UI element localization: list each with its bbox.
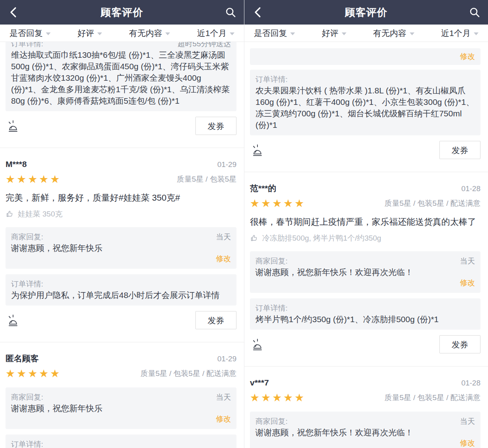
order-details-box: 订单详情: 烤半片鸭1个/约350g (份)*1、冷冻肋排500g (份)*1 bbox=[250, 298, 480, 330]
reply-time: 当天 bbox=[216, 392, 231, 402]
review-date: 01-29 bbox=[217, 355, 236, 363]
filter-reply-status[interactable]: 是否回复 bbox=[9, 28, 51, 39]
page-title: 顾客评价 bbox=[101, 6, 144, 19]
review-card: 匿名顾客 01-29 ★★★★★ 质量5星 / 包装5星 / 配送满意 商家回复… bbox=[0, 342, 244, 448]
merchant-reply-text: 谢谢惠顾，祝您新年快乐！欢迎再次光临！ bbox=[255, 427, 475, 438]
chevron-down-icon bbox=[230, 32, 235, 35]
star-rating: ★★★★★ bbox=[6, 368, 61, 380]
star-rating: ★★★★★ bbox=[250, 197, 306, 209]
product-tag-label: 冷冻肋排500g, 烤半片鸭1个/约350g bbox=[262, 233, 381, 243]
order-items-text: 维达抽取式面巾纸130抽*6包/提 (份)*1、三全凌黑芝麻汤圆500g (份)… bbox=[11, 49, 231, 106]
send-coupon-button[interactable]: 发券 bbox=[439, 335, 480, 353]
reviewer-name: M***8 bbox=[6, 159, 27, 169]
reviewer-name: v***7 bbox=[250, 378, 269, 388]
review-date: 01-29 bbox=[217, 160, 236, 169]
alarm-icon[interactable] bbox=[6, 118, 21, 134]
modify-reply-link[interactable]: 修改 bbox=[255, 438, 475, 448]
thumb-up-icon bbox=[6, 210, 14, 218]
filter-rating-type[interactable]: 好评 bbox=[322, 28, 346, 39]
merchant-reply-box-partial: 修改 bbox=[250, 48, 480, 65]
chevron-down-icon bbox=[165, 32, 170, 35]
merchant-reply-label: 商家回复: bbox=[11, 232, 43, 242]
product-tag[interactable]: 娃娃菜 350克 bbox=[0, 204, 244, 219]
filter-rating-type[interactable]: 好评 bbox=[78, 28, 102, 39]
filter-has-content[interactable]: 有无内容 bbox=[373, 28, 414, 39]
order-details-label: 订单详情: bbox=[255, 74, 288, 85]
filter-bar: 是否回复 好评 有无内容 近1个月 bbox=[244, 25, 488, 42]
order-details-box: 订单详情: bbox=[6, 435, 236, 448]
send-coupon-button[interactable]: 发券 bbox=[195, 117, 236, 135]
order-details-label: 订单详情: bbox=[11, 439, 43, 448]
back-icon[interactable] bbox=[252, 6, 264, 18]
rating-breakdown: 质量5星 / 包装5星 bbox=[177, 174, 236, 184]
merchant-reply-label: 商家回复: bbox=[255, 256, 288, 266]
filter-bar: 是否回复 好评 有无内容 近1个月 bbox=[0, 25, 244, 42]
review-list: 修改 订单详情: 农夫果园果汁饮料 ( 热带水果 )1.8L (份)*1、有友山… bbox=[244, 42, 488, 448]
modify-reply-link[interactable]: 修改 bbox=[11, 414, 231, 424]
search-icon[interactable] bbox=[225, 7, 236, 18]
customer-reviews-app: 顾客评价 是否回复 好评 有无内容 近1个月 bbox=[0, 0, 488, 448]
reviewer-name: 范***的 bbox=[250, 183, 276, 194]
screenshot-panel-right: 顾客评价 是否回复 好评 有无内容 近1个月 bbox=[244, 0, 488, 448]
star-rating: ★★★★★ bbox=[6, 173, 61, 185]
filter-has-content[interactable]: 有无内容 bbox=[129, 28, 170, 39]
merchant-reply-text: 谢谢惠顾，祝您新年快乐 bbox=[11, 402, 231, 414]
filter-time-range[interactable]: 近1个月 bbox=[197, 28, 235, 39]
thumb-up-icon bbox=[250, 234, 259, 243]
chevron-down-icon bbox=[342, 32, 346, 35]
reply-time: 当天 bbox=[460, 416, 475, 427]
modify-reply-link[interactable]: 修改 bbox=[11, 254, 231, 264]
review-date: 01-28 bbox=[461, 184, 480, 193]
alarm-icon[interactable] bbox=[6, 312, 21, 328]
chevron-down-icon bbox=[46, 32, 51, 35]
order-items-text: 烤半片鸭1个/约350g (份)*1、冷冻肋排500g (份)*1 bbox=[255, 313, 475, 325]
reply-time: 当天 bbox=[216, 232, 231, 242]
filter-time-range[interactable]: 近1个月 bbox=[441, 28, 479, 39]
order-details-label: 订单详情: bbox=[255, 303, 288, 313]
page-title: 顾客评价 bbox=[345, 6, 388, 19]
alarm-icon[interactable] bbox=[250, 142, 265, 158]
reviewer-name: 匿名顾客 bbox=[6, 353, 39, 364]
merchant-reply-box: 商家回复: 当天 谢谢惠顾，祝您新年快乐！欢迎再次光临！ 修改 bbox=[250, 412, 480, 448]
chevron-down-icon bbox=[474, 32, 479, 35]
search-icon[interactable] bbox=[469, 7, 480, 18]
merchant-reply-box: 商家回复: 当天 谢谢惠顾，祝您新年快乐 修改 bbox=[6, 387, 236, 429]
star-rating: ★★★★★ bbox=[250, 392, 306, 404]
order-details-box: 订单详情: 为保护用户隐私，订单完成后48小时后才会展示订单详情 bbox=[6, 274, 236, 306]
merchant-reply-text: 谢谢惠顾，祝您新年快乐！欢迎再次光临！ bbox=[255, 266, 475, 278]
app-header: 顾客评价 bbox=[0, 0, 244, 25]
product-tag[interactable]: 冷冻肋排500g, 烤半片鸭1个/约350g bbox=[244, 228, 488, 243]
order-details-box: 订单详情: 超时55分钟送达 维达抽取式面巾纸130抽*6包/提 (份)*1、三… bbox=[6, 42, 236, 111]
rating-breakdown: 质量5星 / 包装5星 / 配送满意 bbox=[384, 393, 480, 403]
rating-breakdown: 质量5星 / 包装5星 / 配送满意 bbox=[384, 198, 480, 209]
screenshot-panel-left: 顾客评价 是否回复 好评 有无内容 近1个月 bbox=[0, 0, 244, 448]
product-tag-label: 娃娃菜 350克 bbox=[18, 209, 62, 219]
chevron-down-icon bbox=[97, 32, 102, 35]
order-details-box: 订单详情: 农夫果园果汁饮料 ( 热带水果 )1.8L (份)*1、有友山椒凤爪… bbox=[250, 70, 480, 135]
merchant-reply-text: 谢谢惠顾，祝您新年快乐 bbox=[11, 242, 231, 254]
chevron-down-icon bbox=[290, 32, 295, 35]
review-card: v***7 01-28 ★★★★★ 质量5星 / 包装5星 / 配送满意 商家回… bbox=[244, 366, 488, 448]
chevron-down-icon bbox=[410, 32, 414, 35]
back-icon[interactable] bbox=[8, 6, 20, 18]
filter-reply-status[interactable]: 是否回复 bbox=[254, 28, 295, 39]
merchant-reply-box: 商家回复: 当天 谢谢惠顾，祝您新年快乐！欢迎再次光临！ 修改 bbox=[250, 251, 480, 293]
review-date: 01-28 bbox=[461, 379, 480, 387]
review-card-partial: 修改 订单详情: 农夫果园果汁饮料 ( 热带水果 )1.8L (份)*1、有友山… bbox=[244, 48, 488, 172]
modify-reply-link[interactable]: 修改 bbox=[255, 278, 475, 288]
review-card: 范***的 01-28 ★★★★★ 质量5星 / 包装5星 / 配送满意 很棒，… bbox=[244, 172, 488, 366]
merchant-reply-label: 商家回复: bbox=[255, 416, 288, 427]
merchant-reply-label: 商家回复: bbox=[11, 392, 43, 402]
merchant-reply-box: 商家回复: 当天 谢谢惠顾，祝您新年快乐 修改 bbox=[6, 227, 236, 269]
review-card: M***8 01-29 ★★★★★ 质量5星 / 包装5星 完美，新鲜，服务好，… bbox=[0, 148, 244, 342]
rating-breakdown: 质量5星 / 包装5星 / 配送满意 bbox=[140, 368, 236, 379]
review-text: 完美，新鲜，服务好，质量好#娃娃菜 350克# bbox=[0, 185, 244, 204]
review-text: 很棒，春节期间赶上疫情严重，家乐福还能送货真的太棒了 bbox=[244, 209, 488, 228]
order-privacy-text: 为保护用户隐私，订单完成后48小时后才会展示订单详情 bbox=[11, 289, 231, 301]
send-coupon-button[interactable]: 发券 bbox=[439, 141, 480, 159]
send-coupon-button[interactable]: 发券 bbox=[195, 311, 236, 329]
alarm-icon[interactable] bbox=[250, 336, 265, 352]
modify-reply-link[interactable]: 修改 bbox=[255, 51, 475, 62]
order-items-text: 农夫果园果汁饮料 ( 热带水果 )1.8L (份)*1、有友山椒凤爪160g (… bbox=[255, 85, 475, 131]
overtime-badge: 超时55分钟送达 bbox=[178, 42, 231, 49]
